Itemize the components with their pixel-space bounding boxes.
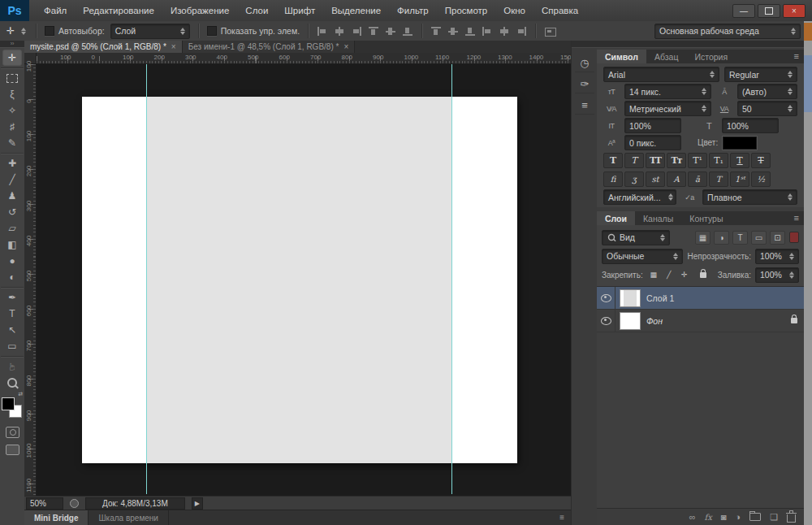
filter-adjustment-layers-icon[interactable]: ◑ [714,231,729,245]
horizontal-scale-field[interactable]: 100% [722,118,779,133]
brush-tool[interactable]: ╱ [2,171,22,188]
font-size-select[interactable]: 14 пикс. [624,84,711,99]
healing-brush-tool[interactable]: ✚ [2,155,22,171]
quick-selection-tool[interactable]: ✧ [2,102,22,119]
foreground-color-swatch[interactable] [2,397,15,410]
style-bold-button[interactable]: T [603,153,623,168]
panel-menu-icon[interactable]: ≡ [559,513,564,522]
properties-panel-icon[interactable]: ✑ [575,75,594,93]
distribute-bottom-edges-icon[interactable] [465,27,475,36]
style-superscript-button[interactable]: T¹ [688,153,707,168]
status-expand-icon[interactable]: ▶ [192,497,203,510]
character-tab-2[interactable]: История [686,50,736,63]
menu-layers[interactable]: Слои [237,6,276,15]
style-italic-button[interactable]: T [624,153,644,168]
horizontal-ruler[interactable]: 1000100200300400500600700800900100011001… [37,53,571,64]
hand-tool[interactable]: ☞ [2,358,22,375]
opentype-ligatures-button[interactable]: fi [603,171,623,187]
zoom-level-field[interactable]: 50% [26,497,63,510]
toolbar-collapse-icon[interactable]: ›› [0,41,24,48]
opacity-field[interactable]: 100% [755,249,799,264]
adjustment-layer-icon[interactable]: ◑ [735,512,741,522]
autoselect-checkbox[interactable]: Автовыбор: [45,26,105,36]
doc-tab-mysite[interactable]: mysite.psd @ 50% (Слой 1, RGB/8) *× [24,41,183,53]
lasso-tool[interactable]: ξ [2,86,22,102]
vertical-guide-right[interactable] [451,64,452,494]
align-right-edges-icon[interactable] [352,27,361,36]
vertical-ruler[interactable]: 100010020030040050060070080090010001100 [24,64,37,496]
align-left-edges-icon[interactable] [317,27,327,36]
menu-filter[interactable]: Фильтр [389,6,437,15]
language-select[interactable]: Английский... [603,189,676,205]
blur-tool[interactable]: ● [2,253,22,269]
delete-layer-icon[interactable] [787,514,796,523]
opentype-swash-button[interactable]: A [667,171,686,187]
maximize-button[interactable] [758,4,780,18]
tracking-select[interactable]: 50 [737,101,797,116]
visibility-toggle[interactable] [597,310,615,332]
distribute-right-edges-icon[interactable] [516,27,526,36]
character-menu-icon[interactable]: ≡ [794,51,799,61]
dock-grip[interactable] [572,41,598,48]
vertical-guide-left[interactable] [146,64,147,494]
tab-close-icon[interactable]: × [343,42,348,51]
swap-colors-icon[interactable]: ⇄ [18,391,23,397]
style-underline-button[interactable]: T [730,153,749,168]
auto-align-layers-icon[interactable] [545,27,555,36]
font-family-select[interactable]: Arial [603,67,719,82]
style-smallcaps-button[interactable]: Tт [667,153,686,168]
filter-type-layers-icon[interactable]: T [732,231,748,245]
shape-tool[interactable]: ▭ [2,338,22,354]
distribute-horizontal-centers-icon[interactable] [499,27,509,36]
eyedropper-tool[interactable]: ✎ [2,135,22,151]
layer-thumbnail[interactable] [620,290,640,306]
lock-move-icon[interactable]: ✛ [678,269,691,280]
new-group-icon[interactable] [749,513,761,521]
doc-tab-untitled[interactable]: Без имени-1 @ 48,5% (Слой 1, RGB/8) *× [183,41,356,53]
menu-help[interactable]: Справка [533,6,586,15]
quick-mask-button[interactable] [6,427,19,438]
new-layer-icon[interactable]: ❏ [770,512,778,523]
menu-select[interactable]: Выделение [323,6,389,15]
minimize-button[interactable]: — [732,4,755,18]
crop-tool[interactable]: ♯ [2,119,22,135]
opentype-ordinals-button[interactable]: 1ˢᵗ [730,171,749,187]
layer-effects-icon[interactable]: fx [704,513,711,522]
canvas-viewport[interactable] [37,64,571,496]
layer-thumbnail[interactable] [620,313,640,329]
current-tool-icon[interactable]: ✛ [5,25,28,37]
lock-paint-icon[interactable]: ╱ [663,269,676,280]
history-brush-tool[interactable]: ↺ [2,204,22,220]
style-subscript-button[interactable]: T₁ [709,153,728,168]
dock-grip[interactable] [597,41,804,48]
vertical-scale-field[interactable]: 100% [624,118,681,133]
type-tool[interactable]: T [2,306,22,322]
kerning-select[interactable]: Метрический [624,101,711,116]
zoom-tool[interactable] [2,375,22,391]
filter-smart-object-icon[interactable]: ⊡ [770,231,785,245]
menu-type[interactable]: Шрифт [276,6,323,15]
move-tool[interactable]: ✛ [2,50,22,66]
layers-tab-2[interactable]: Контуры [681,211,731,225]
clone-stamp-tool[interactable]: ♟ [2,188,22,204]
fill-field[interactable]: 100% [755,267,799,283]
align-horizontal-centers-icon[interactable] [335,27,344,36]
autoselect-target-select[interactable]: Слой [110,24,190,39]
close-button[interactable]: × [783,4,806,18]
path-selection-tool[interactable]: ↖ [2,322,22,338]
workspace-select[interactable]: Основная рабочая среда [654,24,801,39]
history-panel-icon[interactable]: ◷ [575,54,594,72]
menu-file[interactable]: Файл [36,6,75,15]
show-transform-controls-checkbox[interactable]: Показать упр. элем. [207,26,300,36]
link-layers-icon[interactable]: ∞ [689,512,696,522]
layer-row-layer1[interactable]: Слой 1 [597,287,804,310]
menu-edit[interactable]: Редактирование [75,6,162,15]
gradient-tool[interactable]: ◧ [2,236,22,253]
style-caps-button[interactable]: TT [646,153,665,168]
character-tab-1[interactable]: Абзац [646,50,686,63]
filter-shape-layers-icon[interactable]: ▭ [751,231,767,245]
align-top-edges-icon[interactable] [369,27,378,36]
add-layer-mask-icon[interactable]: ◙ [721,512,727,522]
layer-name[interactable]: Фон [646,316,663,326]
opentype-discretionary-ligatures-button[interactable]: st [646,171,665,187]
